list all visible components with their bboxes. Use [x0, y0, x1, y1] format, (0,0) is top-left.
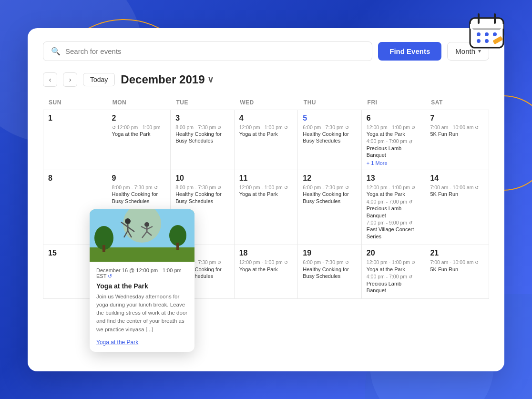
event-time: 7:00 pm - 9:00 pm ↺	[367, 220, 420, 226]
event-time: 6:00 pm - 7:30 pm ↺	[303, 259, 357, 266]
event-item[interactable]: ↺12:00 pm - 1:00 pm Yoga at the Park	[112, 124, 166, 138]
day-number: 10	[175, 174, 229, 183]
event-item[interactable]: 4:00 pm - 7:00 pm ↺ Precious Lamb Banque…	[367, 138, 420, 158]
tooltip-link[interactable]: Yoga at the Park	[96, 339, 138, 346]
recur-icon: ↺	[345, 124, 349, 131]
calendar-cell-dec20[interactable]: 20 12:00 pm - 1:00 pm ↺ Yoga at the Park…	[362, 245, 426, 299]
day-number: 12	[303, 174, 357, 183]
calendar-title[interactable]: December 2019 ∨	[121, 73, 214, 86]
event-item[interactable]: 7:00 am - 10:00 am ↺ 5K Fun Run	[430, 184, 484, 198]
day-header-fri: FRI	[362, 95, 426, 110]
event-item[interactable]: 7:00 am - 10:00 am ↺ 5K Fun Run	[430, 124, 484, 138]
day-number: 3	[175, 114, 229, 123]
event-time: 12:00 pm - 1:00 pm ↺	[367, 124, 420, 131]
event-name: Healthy Cooking for Busy Schedules	[303, 266, 357, 280]
day-header-thu: THU	[298, 95, 362, 110]
tooltip-date: December 16 @ 12:00 pm - 1:00 pm EST ↺	[96, 267, 188, 279]
svg-point-8	[477, 39, 481, 43]
event-name: Yoga at the Park	[239, 131, 293, 137]
event-name: Yoga at the Park	[367, 266, 420, 273]
calendar-cell-dec4[interactable]: 4 12:00 pm - 1:00 pm ↺ Yoga at the Park	[235, 110, 298, 170]
svg-rect-15	[102, 245, 105, 252]
calendar-cell-dec18[interactable]: 18 12:00 pm - 1:00 pm ↺ Yoga at the Park	[235, 245, 298, 299]
svg-point-24	[144, 222, 149, 227]
day-number: 19	[303, 249, 357, 257]
calendar-cell-dec5[interactable]: 5 6:00 pm - 7:30 pm ↺ Healthy Cooking fo…	[298, 110, 362, 170]
event-name: 5K Fun Run	[430, 131, 484, 137]
day-number: 6	[367, 114, 420, 123]
more-events-link[interactable]: + 1 More	[367, 160, 420, 166]
event-time: 7:00 am - 10:00 am ↺	[430, 124, 484, 131]
calendar-cell-dec19[interactable]: 19 6:00 pm - 7:30 pm ↺ Healthy Cooking f…	[298, 245, 362, 299]
event-item[interactable]: 8:00 pm - 7:30 pm ↺ Healthy Cooking for …	[175, 184, 229, 205]
svg-point-6	[485, 32, 489, 36]
calendar-nav: ‹ › Today December 2019 ∨	[43, 72, 489, 87]
recur-icon: ↺	[112, 124, 116, 131]
calendar-month-year: December 2019	[121, 73, 205, 86]
event-name: Yoga at the Park	[367, 191, 420, 197]
event-name: Precious Lamb Banquet	[367, 205, 420, 219]
day-number: 20	[367, 249, 420, 257]
day-header-sat: SAT	[425, 95, 489, 110]
calendar-icon	[465, 10, 508, 52]
event-name: Yoga at the Park	[239, 266, 293, 273]
recur-icon: ↺	[411, 124, 415, 131]
calendar-cell-dec21[interactable]: 21 7:00 am - 10:00 am ↺ 5K Fun Run	[425, 245, 489, 299]
event-item[interactable]: 8:00 pm - 7:30 pm ↺ Healthy Cooking for …	[112, 184, 166, 205]
recur-icon: ↺	[475, 184, 479, 191]
event-item[interactable]: 6:00 pm - 7:30 pm ↺ Healthy Cooking for …	[303, 184, 357, 205]
event-item[interactable]: 12:00 pm - 1:00 pm ↺ Yoga at the Park	[239, 259, 293, 273]
calendar-cell-dec13[interactable]: 13 12:00 pm - 1:00 pm ↺ Yoga at the Park…	[362, 170, 426, 245]
calendar-cell-dec3[interactable]: 3 8:00 pm - 7:30 pm ↺ Healthy Cooking fo…	[171, 110, 235, 170]
find-events-button[interactable]: Find Events	[378, 42, 441, 61]
prev-month-button[interactable]: ‹	[43, 72, 57, 87]
calendar-cell-dec7[interactable]: 7 7:00 am - 10:00 am ↺ 5K Fun Run	[425, 110, 489, 170]
event-item[interactable]: 12:00 pm - 1:00 pm ↺ Yoga at the Park	[239, 184, 293, 198]
yoga-scene-image	[90, 209, 194, 262]
event-name: Healthy Cooking for Busy Schedules	[175, 131, 229, 144]
event-item[interactable]: 7:00 pm - 9:00 pm ↺ East Village Concert…	[367, 220, 420, 240]
event-item[interactable]: 8:00 pm - 7:30 pm ↺ Healthy Cooking for …	[175, 124, 229, 144]
recur-icon: ↺	[409, 199, 412, 205]
event-name: Healthy Cooking for Busy Schedules	[175, 191, 229, 205]
event-item[interactable]: 12:00 pm - 1:00 pm ↺ Yoga at the Park	[367, 184, 420, 198]
recur-icon: ↺	[411, 259, 415, 266]
event-item[interactable]: 4:00 pm - 7:00 pm ↺ Precious Lamb Banque…	[367, 199, 420, 219]
event-name: Yoga at the Park	[239, 191, 293, 197]
svg-rect-2	[470, 24, 503, 29]
recur-icon: ↺	[345, 184, 349, 191]
day-number: 14	[430, 174, 484, 183]
event-name: 5K Fun Run	[430, 266, 484, 273]
calendar-cell-dec14[interactable]: 14 7:00 am - 10:00 am ↺ 5K Fun Run	[425, 170, 489, 245]
calendar-cell-dec11[interactable]: 11 12:00 pm - 1:00 pm ↺ Yoga at the Park	[235, 170, 298, 245]
search-input[interactable]	[65, 47, 364, 55]
calendar-cell-dec2[interactable]: 2 ↺12:00 pm - 1:00 pm Yoga at the Park	[107, 110, 171, 170]
event-time: 4:00 pm - 7:00 pm ↺	[367, 199, 420, 205]
event-time: 7:00 am - 10:00 am ↺	[430, 259, 484, 266]
tooltip-recur-icon: ↺	[108, 273, 112, 279]
svg-point-18	[125, 218, 131, 224]
next-month-button[interactable]: ›	[63, 72, 77, 87]
recur-icon: ↺	[284, 184, 288, 191]
calendar-cell-dec1[interactable]: 1	[43, 110, 107, 170]
event-time: ↺12:00 pm - 1:00 pm	[112, 124, 166, 131]
event-item[interactable]: 12:00 pm - 1:00 pm ↺ Yoga at the Park	[239, 124, 293, 138]
day-header-mon: MON	[107, 95, 171, 110]
event-item[interactable]: 12:00 pm - 1:00 pm ↺ Yoga at the Park	[367, 259, 420, 273]
event-name: Healthy Cooking for Busy Schedules	[303, 191, 357, 205]
today-button[interactable]: Today	[83, 73, 115, 86]
event-item[interactable]: 6:00 pm - 7:30 pm ↺ Healthy Cooking for …	[303, 259, 357, 279]
event-item[interactable]: 7:00 am - 10:00 am ↺ 5K Fun Run	[430, 259, 484, 273]
day-number-today: 5	[303, 114, 357, 123]
event-time: 7:00 am - 10:00 am ↺	[430, 184, 484, 191]
calendar-cell-dec12[interactable]: 12 6:00 pm - 7:30 pm ↺ Healthy Cooking f…	[298, 170, 362, 245]
event-item[interactable]: 4:00 pm - 7:00 pm ↺ Precious Lamb Banque…	[367, 274, 420, 294]
event-item[interactable]: 6:00 pm - 7:30 pm ↺ Healthy Cooking for …	[303, 124, 357, 144]
event-item[interactable]: 12:00 pm - 1:00 pm ↺ Yoga at the Park	[367, 124, 420, 138]
tooltip-title: Yoga at the Park	[96, 282, 188, 290]
search-input-wrap[interactable]: 🔍	[43, 41, 372, 61]
day-number: 18	[239, 249, 293, 257]
day-number: 2	[112, 114, 166, 123]
tooltip-description: Join us Wednesday afternoons for yoga du…	[96, 293, 188, 334]
calendar-cell-dec6[interactable]: 6 12:00 pm - 1:00 pm ↺ Yoga at the Park …	[362, 110, 426, 170]
